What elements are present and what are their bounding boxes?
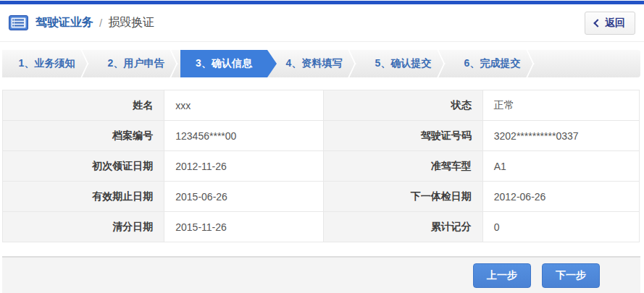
step-tab-3-active[interactable]: 3、确认信息	[180, 50, 277, 77]
field-label-next-checkup-date: 下一体检日期	[324, 182, 483, 212]
step-tab-4[interactable]: 4、资料填写	[269, 50, 359, 77]
info-table: 姓名 xxx 状态 正常 档案编号 123456****00 驾驶证号码 320…	[2, 90, 640, 242]
step-tab-5[interactable]: 5、确认提交	[359, 50, 448, 77]
field-label-first-issue-date: 初次领证日期	[3, 151, 164, 182]
step-tab-6[interactable]: 6、完成提交	[448, 50, 537, 77]
prev-step-button[interactable]: 上一步	[473, 263, 531, 288]
next-step-button[interactable]: 下一步	[542, 263, 600, 288]
field-value-status: 正常	[482, 90, 639, 121]
back-button-label: 返回	[605, 17, 625, 30]
field-value-name: xxx	[164, 90, 324, 121]
field-value-next-checkup-date: 2012-06-26	[482, 182, 639, 212]
field-label-license-number: 驾驶证号码	[324, 121, 483, 151]
breadcrumb-root[interactable]: 驾驶证业务	[35, 15, 93, 30]
table-row: 有效期止日期 2015-06-26 下一体检日期 2012-06-26	[3, 182, 640, 212]
step-tab-2[interactable]: 2、用户申告	[91, 50, 180, 77]
field-label-status: 状态	[324, 90, 483, 121]
footer-actions: 上一步 下一步	[2, 256, 640, 293]
field-value-points-clear-date: 2015-11-26	[164, 212, 324, 242]
table-row: 档案编号 123456****00 驾驶证号码 3202**********03…	[3, 121, 640, 151]
breadcrumb-separator: /	[99, 17, 102, 29]
back-button[interactable]: 返回	[585, 12, 635, 35]
page-header: 驾驶证业务 / 损毁换证 返回	[0, 4, 644, 42]
field-value-file-number: 123456****00	[164, 121, 324, 151]
field-value-first-issue-date: 2012-11-26	[164, 151, 324, 182]
field-label-file-number: 档案编号	[3, 121, 164, 151]
step-tab-1[interactable]: 1、业务须知	[2, 50, 91, 77]
table-row: 初次领证日期 2012-11-26 准驾车型 A1	[3, 151, 640, 182]
field-value-license-number: 3202**********0337	[482, 121, 639, 151]
field-label-expiry-date: 有效期止日期	[3, 182, 164, 212]
field-value-accumulated-points: 0	[482, 212, 639, 242]
table-row: 姓名 xxx 状态 正常	[3, 90, 640, 121]
license-list-icon	[9, 15, 28, 30]
table-row: 清分日期 2015-11-26 累计记分 0	[3, 212, 640, 242]
chevron-left-icon	[593, 19, 601, 27]
field-label-name: 姓名	[3, 90, 164, 121]
field-label-points-clear-date: 清分日期	[3, 212, 164, 242]
steps-bar: 1、业务须知 2、用户申告 3、确认信息 4、资料填写 5、确认提交 6、完成提…	[2, 50, 640, 77]
field-label-vehicle-class: 准驾车型	[324, 151, 483, 182]
field-value-vehicle-class: A1	[482, 151, 639, 182]
field-value-expiry-date: 2015-06-26	[164, 182, 324, 212]
breadcrumb-current: 损毁换证	[108, 15, 154, 30]
field-label-accumulated-points: 累计记分	[324, 212, 483, 242]
steps-bar-filler	[537, 50, 640, 77]
